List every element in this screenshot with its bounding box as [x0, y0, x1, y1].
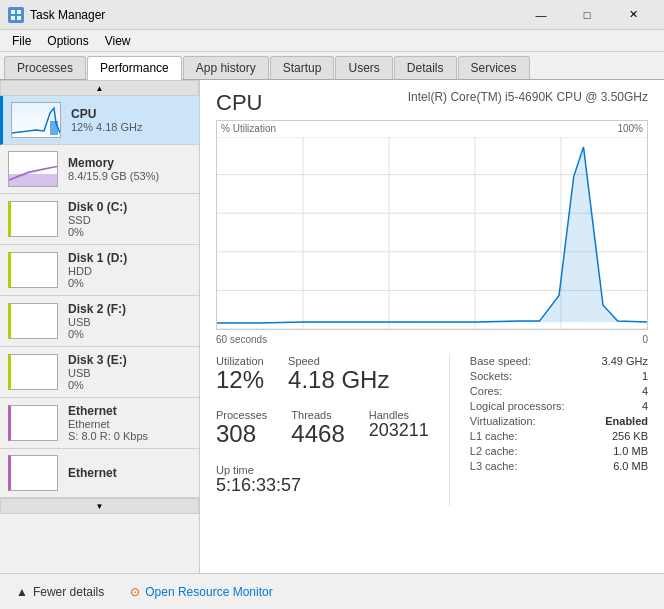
uptime-label: Up time	[216, 464, 429, 476]
threads-value: 4468	[291, 421, 344, 447]
cpu-chart: % Utilization 100%	[216, 120, 648, 330]
cpu-info: CPU 12% 4.18 GHz	[71, 107, 191, 133]
main-content: ▲ CPU 12% 4.18 GHz Memory 8.4/15.9	[0, 80, 664, 573]
disk3-name: Disk 3 (E:)	[68, 353, 191, 367]
sidebar-item-disk0[interactable]: Disk 0 (C:) SSD 0%	[0, 194, 199, 245]
bottom-bar: ▲ Fewer details ⊙ Open Resource Monitor	[0, 573, 664, 609]
menu-view[interactable]: View	[97, 32, 139, 50]
sidebar-item-disk2[interactable]: Disk 2 (F:) USB 0%	[0, 296, 199, 347]
tab-details[interactable]: Details	[394, 56, 457, 79]
base-speed-label: Base speed:	[470, 355, 531, 367]
processes-threads-handles-row: Processes 308 Threads 4468 Handles 20321…	[216, 409, 429, 457]
sidebar[interactable]: ▲ CPU 12% 4.18 GHz Memory 8.4/15.9	[0, 80, 200, 573]
cpu-header: CPU Intel(R) Core(TM) i5-4690K CPU @ 3.5…	[216, 90, 648, 116]
logical-processors-row: Logical processors: 4	[470, 400, 648, 412]
tab-bar: Processes Performance App history Startu…	[0, 52, 664, 80]
disk3-usage: 0%	[68, 379, 191, 391]
memory-thumbnail	[8, 151, 58, 187]
disk0-info: Disk 0 (C:) SSD 0%	[68, 200, 191, 238]
eth0-info: Ethernet Ethernet S: 8.0 R: 0 Kbps	[68, 404, 191, 442]
cores-label: Cores:	[470, 385, 502, 397]
fewer-details-button[interactable]: ▲ Fewer details	[10, 581, 110, 603]
eth0-name: Ethernet	[68, 404, 191, 418]
sidebar-item-memory[interactable]: Memory 8.4/15.9 GB (53%)	[0, 145, 199, 194]
l1cache-row: L1 cache: 256 KB	[470, 430, 648, 442]
menu-options[interactable]: Options	[39, 32, 96, 50]
window-title: Task Manager	[30, 8, 105, 22]
sockets-value: 1	[642, 370, 648, 382]
menu-bar: File Options View	[0, 30, 664, 52]
disk3-type: USB	[68, 367, 191, 379]
menu-file[interactable]: File	[4, 32, 39, 50]
eth0-speed: S: 8.0 R: 0 Kbps	[68, 430, 191, 442]
processes-value: 308	[216, 421, 267, 447]
logical-processors-label: Logical processors:	[470, 400, 565, 412]
disk2-info: Disk 2 (F:) USB 0%	[68, 302, 191, 340]
l1cache-value: 256 KB	[612, 430, 648, 442]
disk3-thumbnail	[8, 354, 58, 390]
chart-label-100: 100%	[617, 123, 643, 134]
maximize-button[interactable]: □	[564, 0, 610, 30]
disk1-info: Disk 1 (D:) HDD 0%	[68, 251, 191, 289]
sidebar-item-eth0[interactable]: Ethernet Ethernet S: 8.0 R: 0 Kbps	[0, 398, 199, 449]
base-speed-row: Base speed: 3.49 GHz	[470, 355, 648, 367]
chart-zero-label: 0	[642, 334, 648, 345]
sidebar-item-eth1[interactable]: Ethernet	[0, 449, 199, 498]
sidebar-item-disk1[interactable]: Disk 1 (D:) HDD 0%	[0, 245, 199, 296]
svg-rect-3	[17, 16, 21, 20]
disk2-type: USB	[68, 316, 191, 328]
cpu-panel: CPU Intel(R) Core(TM) i5-4690K CPU @ 3.5…	[200, 80, 664, 573]
utilization-value: 12%	[216, 367, 264, 393]
memory-name: Memory	[68, 156, 191, 170]
tab-processes[interactable]: Processes	[4, 56, 86, 79]
l2cache-value: 1.0 MB	[613, 445, 648, 457]
cpu-thumbnail	[11, 102, 61, 138]
stats-right: Base speed: 3.49 GHz Sockets: 1 Cores: 4…	[449, 355, 648, 506]
virtualization-label: Virtualization:	[470, 415, 536, 427]
uptime-stat: Up time 5:16:33:57	[216, 464, 429, 496]
l3cache-value: 6.0 MB	[613, 460, 648, 472]
chart-grid	[217, 137, 647, 329]
disk1-name: Disk 1 (D:)	[68, 251, 191, 265]
tab-performance[interactable]: Performance	[87, 56, 182, 80]
sidebar-item-disk3[interactable]: Disk 3 (E:) USB 0%	[0, 347, 199, 398]
app-icon	[8, 7, 24, 23]
svg-rect-1	[17, 10, 21, 14]
disk2-thumbnail	[8, 303, 58, 339]
tab-users[interactable]: Users	[335, 56, 392, 79]
chart-time-label: 60 seconds	[216, 334, 267, 345]
stats-left: Utilization 12% Speed 4.18 GHz Processes…	[216, 355, 449, 506]
utilization-speed-row: Utilization 12% Speed 4.18 GHz	[216, 355, 429, 403]
close-button[interactable]: ✕	[610, 0, 656, 30]
fewer-details-icon: ▲	[16, 585, 28, 599]
base-speed-value: 3.49 GHz	[602, 355, 648, 367]
sockets-row: Sockets: 1	[470, 370, 648, 382]
processes-stat: Processes 308	[216, 409, 267, 447]
handles-stat: Handles 203211	[369, 409, 429, 447]
open-resource-monitor-link[interactable]: ⊙ Open Resource Monitor	[130, 585, 272, 599]
tab-services[interactable]: Services	[458, 56, 530, 79]
svg-rect-0	[11, 10, 15, 14]
sockets-label: Sockets:	[470, 370, 512, 382]
tab-apphistory[interactable]: App history	[183, 56, 269, 79]
fewer-details-label: Fewer details	[33, 585, 104, 599]
info-table: Base speed: 3.49 GHz Sockets: 1 Cores: 4…	[470, 355, 648, 472]
sidebar-item-cpu[interactable]: CPU 12% 4.18 GHz	[0, 96, 199, 145]
virtualization-value: Enabled	[605, 415, 648, 427]
stats-section: Utilization 12% Speed 4.18 GHz Processes…	[216, 355, 648, 506]
minimize-button[interactable]: —	[518, 0, 564, 30]
eth1-info: Ethernet	[68, 466, 191, 480]
tab-startup[interactable]: Startup	[270, 56, 335, 79]
l2cache-row: L2 cache: 1.0 MB	[470, 445, 648, 457]
disk2-usage: 0%	[68, 328, 191, 340]
chart-label-utilization: % Utilization	[221, 123, 276, 134]
l3cache-label: L3 cache:	[470, 460, 518, 472]
scroll-up-btn[interactable]: ▲	[0, 80, 199, 96]
disk1-thumbnail	[8, 252, 58, 288]
cores-value: 4	[642, 385, 648, 397]
scroll-down-btn[interactable]: ▼	[0, 498, 199, 514]
disk0-usage: 0%	[68, 226, 191, 238]
disk1-usage: 0%	[68, 277, 191, 289]
disk3-info: Disk 3 (E:) USB 0%	[68, 353, 191, 391]
logical-processors-value: 4	[642, 400, 648, 412]
